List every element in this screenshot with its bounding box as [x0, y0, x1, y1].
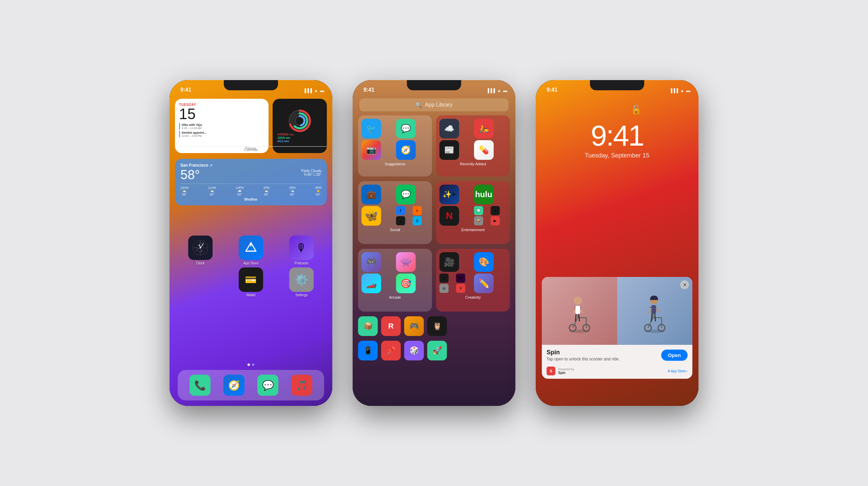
entertainment-folder[interactable]: ✨+ hulu N 💬 e 📦 ▶ Entertainment — [436, 181, 510, 244]
svg-rect-32 — [575, 306, 580, 314]
phone-1-homescreen: 9:41 ▐▐▐ ▲ ▬ TUESDAY 15 Hike with Tejo 9… — [170, 80, 332, 406]
doordash-icon: 🛵 — [474, 119, 494, 138]
search-icon: 🔍 — [415, 102, 422, 108]
game2-icon: 👾 — [396, 252, 416, 272]
suggestions-folder[interactable]: 🐦 💬 📷 🧭 Suggestions — [358, 115, 432, 176]
fitness-cal: 375/500CAL — [277, 133, 322, 136]
notif-close-button[interactable]: ✕ — [680, 280, 689, 289]
notification-card[interactable]: ✕ Spin Tap open to unlock this scooter a… — [542, 277, 692, 379]
netflix-icon: N — [439, 206, 459, 226]
svg-line-34 — [580, 309, 583, 313]
lib-bottom-row-2: 📱 📌 🎲 🚀 — [358, 341, 510, 360]
svg-text:8: 8 — [197, 249, 198, 251]
recently-added-label: Recently Added — [439, 162, 507, 166]
app-store-app[interactable]: App Store — [239, 236, 263, 265]
cloud-icon: ☁️ — [439, 119, 459, 138]
fitness-widget[interactable]: 375/500CAL 19/30MIN 4/12HRS Fitness — [273, 99, 327, 153]
messages-dock-app[interactable]: 💬 — [257, 375, 278, 396]
phone-dock-app[interactable]: 📞 — [190, 375, 211, 396]
wifi-icon-3: ▲ — [680, 88, 684, 93]
settings-app[interactable]: ⚙️ Settings — [289, 267, 314, 297]
status-bar-2: 9:41 ▐▐▐ ▲ ▬ — [353, 80, 515, 95]
wallet-icon: 💳 — [239, 267, 263, 292]
lib-bottom-6: 📌 — [381, 341, 401, 360]
wechat-icon: 💬 — [396, 185, 416, 204]
circles-icon: ◎ — [439, 284, 449, 293]
fitness-hrs: 4/12HRS — [277, 139, 322, 143]
creativity-folder[interactable]: 🎥 🎨 Lr Ps ◎ V ✏️ Creativity — [436, 249, 510, 312]
cal-event-2: Dentist appoint... 12:30 – 2:00 PM — [179, 131, 264, 137]
safari-lib-icon: 🧭 — [396, 140, 416, 160]
social-3-icon: 🦋 — [361, 206, 381, 226]
calendar-widget[interactable]: TUESDAY 15 Hike with Tejo 9:45 – 11:00 A… — [175, 99, 269, 153]
status-icons-1: ▐▐▐ ▲ ▬ — [303, 88, 324, 93]
app-row-1: 11 12 1 9 5 6 10 2 4 8 BER — [175, 236, 327, 265]
dot-inactive — [252, 363, 254, 366]
dot-active — [248, 363, 250, 366]
fitness-label: Fitness — [175, 147, 327, 150]
dock: 📞 🧭 💬 🎵 — [178, 370, 324, 400]
disney-icon: ✨+ — [439, 185, 459, 204]
settings-label: Settings — [295, 293, 308, 297]
video-icon: 🎥 — [439, 252, 459, 272]
fitness-min: 19/30MIN — [277, 136, 322, 139]
svg-line-35 — [575, 314, 576, 321]
lib-row-2: 💼 💬 🦋 f n ♪ S Social ✨+ hulu — [358, 181, 510, 244]
youtube-icon: ▶ — [491, 216, 500, 225]
weather-desc: Partly Cloudy H:66° L:55° — [301, 169, 321, 176]
svg-line-36 — [579, 314, 579, 321]
entertainment-label: Entertainment — [439, 228, 507, 232]
social-label: Social — [361, 228, 429, 232]
svg-text:9: 9 — [196, 247, 197, 249]
battery-icon-2: ▬ — [503, 88, 507, 93]
tiktok-icon: ♪ — [396, 216, 405, 225]
weather-label: Weather — [180, 198, 321, 201]
status-time-1: 9:41 — [180, 87, 191, 93]
creativity-label: Creativity — [439, 295, 507, 299]
game1-icon: 🎮 — [361, 252, 381, 272]
suggestions-label: Suggestions — [361, 162, 429, 166]
svg-text:10: 10 — [197, 244, 199, 246]
notif-app-icon: S — [547, 367, 555, 375]
clock-icon: 11 12 1 9 5 6 10 2 4 8 BER — [188, 236, 213, 260]
lib-bottom-7: 🎲 — [404, 341, 424, 360]
app-store-label: App Store — [243, 261, 258, 265]
cal-date: 15 — [179, 107, 264, 122]
svg-line-33 — [573, 309, 575, 314]
creative5-icon: ✏️ — [474, 274, 494, 293]
svg-point-23 — [200, 247, 201, 248]
clock-app[interactable]: 11 12 1 9 5 6 10 2 4 8 BER — [188, 236, 213, 265]
recently-added-folder[interactable]: ☁️ 🛵 📰 💊 Recently Added — [436, 115, 510, 176]
clock-label: Clock — [196, 261, 204, 265]
weather-widget[interactable]: San Francisco ↗ 58° Partly Cloudy H:66° … — [175, 159, 327, 205]
v-icon: V — [456, 284, 465, 293]
podcasts-icon: 🎙 — [289, 236, 314, 260]
signal-icon-2: ▐▐▐ — [487, 88, 495, 93]
svg-point-31 — [574, 297, 582, 305]
app-library-search[interactable]: 🔍 App Library — [359, 98, 509, 111]
safari-dock-app[interactable]: 🧭 — [223, 375, 244, 396]
skype-icon: S — [413, 216, 422, 225]
notif-open-button[interactable]: Open — [661, 350, 688, 361]
podcasts-app[interactable]: 🎙 Podcasts — [289, 236, 314, 265]
social-folder[interactable]: 💼 💬 🦋 f n ♪ S Social — [358, 181, 432, 244]
lock-clock: 9:41 — [536, 121, 698, 150]
game3-icon: 🏎️ — [361, 274, 381, 293]
music-dock-app[interactable]: 🎵 — [291, 375, 312, 396]
fitness-rings-svg — [288, 109, 312, 133]
notif-content: Spin Tap open to unlock this scooter and… — [542, 345, 692, 364]
messages-lib-icon: 💬 — [396, 119, 416, 138]
msg-ent-icon: 💬 — [474, 206, 483, 215]
weather-hourly: 10AM⛅58° 11AM⛅60° 12PM☁️64° 1PM⛅66° 2PM🌤… — [180, 184, 321, 196]
nextdoor-icon: n — [413, 206, 422, 215]
status-bar-1: 9:41 ▐▐▐ ▲ ▬ — [170, 80, 332, 95]
notif-store-link[interactable]: A App Store › — [668, 369, 688, 373]
arcade-folder[interactable]: 🎮 👾 🏎️ 🎯 Arcade — [358, 249, 432, 312]
wallet-app[interactable]: 💳 Wallet — [239, 267, 263, 297]
ent-3-icon: 📦 — [474, 216, 483, 225]
lr-icon: Lr — [439, 274, 449, 283]
lib-bottom-row: 📦 R 🎮 🦉 — [358, 316, 510, 336]
notif-photos: ✕ — [542, 277, 692, 345]
notif-footer: S Powered by Spin A App Store › — [542, 364, 692, 379]
notif-powered-by: Powered by Spin — [558, 368, 574, 375]
